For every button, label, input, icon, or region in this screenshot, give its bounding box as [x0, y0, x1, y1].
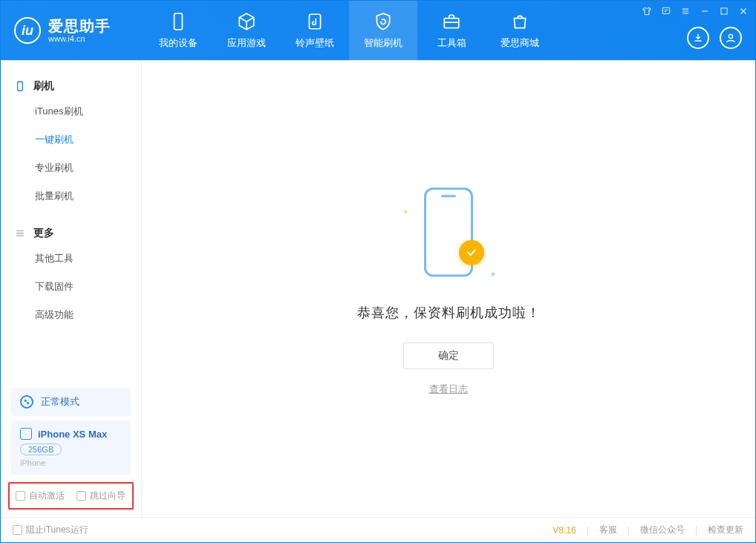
checkbox-label: 阻止iTunes运行 [26, 524, 88, 536]
success-message: 恭喜您，保资料刷机成功啦！ [357, 304, 541, 322]
close-button[interactable] [737, 5, 749, 17]
title-bar: iu 爱思助手 www.i4.cn 我的设备 应用游戏 铃声壁纸 智能刷机 [1, 1, 755, 60]
svg-rect-4 [662, 7, 669, 13]
app-name-en: www.i4.cn [48, 34, 111, 43]
svg-rect-0 [175, 13, 183, 30]
app-window: iu 爱思助手 www.i4.cn 我的设备 应用游戏 铃声壁纸 智能刷机 [0, 0, 756, 543]
checkbox-skip-wizard[interactable]: 跳过向导 [76, 490, 126, 502]
sidebar-item-itunes-flash[interactable]: iTunes刷机 [1, 97, 141, 126]
tab-device[interactable]: 我的设备 [144, 1, 212, 60]
checkbox-icon [76, 491, 86, 501]
logo-area: iu 爱思助手 www.i4.cn [14, 17, 144, 44]
checkbox-label: 自动激活 [29, 490, 65, 502]
tab-label: 我的设备 [159, 36, 198, 50]
version-label: V8.16 [553, 525, 576, 536]
sidebar-header-more: 更多 [1, 222, 141, 244]
sidebar-footer: 正常模式 iPhone XS Max 256GB iPhone 自动激活 跳过向… [1, 383, 141, 517]
checkbox-block-itunes[interactable]: 阻止iTunes运行 [13, 524, 88, 536]
device-type: iPhone [20, 458, 122, 467]
sidebar-item-download-firmware[interactable]: 下载固件 [1, 273, 141, 301]
music-file-icon [304, 11, 325, 32]
sidebar-section-more: 更多 其他工具 下载固件 高级功能 [1, 216, 141, 335]
phone-outline-icon [14, 80, 26, 92]
tab-ringtone[interactable]: 铃声壁纸 [281, 1, 349, 60]
statusbar-right: V8.16 | 客服 | 微信公众号 | 检查更新 [553, 524, 743, 536]
tab-label: 智能刷机 [364, 36, 403, 50]
sidebar: 刷机 iTunes刷机 一键刷机 专业刷机 批量刷机 更多 其他工具 下载固件 … [1, 60, 142, 517]
tab-store[interactable]: 爱思商城 [486, 1, 554, 60]
tab-label: 工具箱 [437, 36, 466, 50]
header-right-buttons [687, 27, 742, 49]
bag-icon [509, 11, 530, 32]
device-card[interactable]: iPhone XS Max 256GB iPhone [11, 420, 131, 475]
wechat-link[interactable]: 微信公众号 [640, 524, 685, 536]
main-content: 恭喜您，保资料刷机成功啦！ 确定 查看日志 [142, 60, 755, 517]
minimize-button[interactable] [699, 5, 711, 17]
tab-flash[interactable]: 智能刷机 [349, 1, 417, 60]
success-illustration [397, 182, 501, 286]
view-log-link[interactable]: 查看日志 [429, 383, 468, 396]
status-bar: 阻止iTunes运行 V8.16 | 客服 | 微信公众号 | 检查更新 [1, 517, 755, 542]
app-name-cn: 爱思助手 [48, 18, 111, 34]
tab-apps[interactable]: 应用游戏 [212, 1, 281, 60]
sidebar-item-oneclick-flash[interactable]: 一键刷机 [1, 126, 141, 154]
success-badge-icon [459, 240, 484, 265]
svg-point-8 [27, 402, 29, 404]
sidebar-item-batch-flash[interactable]: 批量刷机 [1, 182, 141, 210]
svg-rect-2 [444, 19, 459, 28]
checkbox-auto-activate[interactable]: 自动激活 [16, 490, 65, 502]
tab-toolbox[interactable]: 工具箱 [417, 1, 486, 60]
tab-label: 爱思商城 [501, 36, 539, 50]
mode-icon [20, 395, 33, 409]
toolbox-icon [441, 11, 462, 32]
mode-card[interactable]: 正常模式 [11, 388, 131, 416]
highlighted-options-box: 自动激活 跳过向导 [8, 482, 134, 510]
ok-button[interactable]: 确定 [403, 342, 494, 369]
svg-point-3 [729, 34, 732, 38]
maximize-button[interactable] [718, 5, 730, 17]
download-button[interactable] [687, 27, 709, 49]
feedback-icon[interactable] [660, 5, 672, 17]
logo-text: 爱思助手 www.i4.cn [48, 18, 111, 43]
sidebar-item-pro-flash[interactable]: 专业刷机 [1, 154, 141, 182]
sidebar-item-other-tools[interactable]: 其他工具 [1, 244, 141, 273]
window-controls [641, 5, 749, 17]
device-name-row: iPhone XS Max [20, 428, 122, 440]
shield-refresh-icon [373, 11, 394, 32]
logo-icon: iu [14, 17, 41, 44]
support-link[interactable]: 客服 [599, 524, 617, 536]
checkbox-label: 跳过向导 [90, 490, 126, 502]
check-update-link[interactable]: 检查更新 [708, 524, 743, 536]
svg-rect-6 [18, 82, 23, 91]
device-name: iPhone XS Max [38, 429, 107, 440]
account-button[interactable] [720, 27, 742, 49]
list-icon [14, 227, 26, 239]
svg-rect-5 [721, 8, 727, 14]
tab-label: 铃声壁纸 [296, 36, 334, 50]
sidebar-section-flash: 刷机 iTunes刷机 一键刷机 专业刷机 批量刷机 [1, 69, 141, 216]
checkbox-icon [16, 491, 25, 501]
sidebar-header-label: 刷机 [33, 79, 54, 93]
main-tabs: 我的设备 应用游戏 铃声壁纸 智能刷机 工具箱 爱思商城 [144, 1, 554, 60]
sidebar-header-label: 更多 [33, 227, 54, 240]
sparkle-icon [403, 204, 408, 210]
svg-rect-1 [309, 14, 320, 29]
tab-label: 应用游戏 [227, 36, 266, 50]
sparkle-icon [490, 267, 496, 273]
svg-point-7 [25, 400, 27, 402]
sidebar-item-advanced[interactable]: 高级功能 [1, 301, 141, 329]
menu-icon[interactable] [680, 5, 691, 17]
mode-label: 正常模式 [41, 395, 79, 409]
shirt-icon[interactable] [641, 5, 653, 17]
checkbox-icon [13, 525, 22, 535]
phone-icon [168, 11, 189, 32]
device-capacity: 256GB [20, 443, 62, 455]
cube-icon [236, 11, 257, 32]
device-phone-icon [20, 428, 32, 440]
body: 刷机 iTunes刷机 一键刷机 专业刷机 批量刷机 更多 其他工具 下载固件 … [1, 60, 755, 517]
sidebar-header-flash: 刷机 [1, 75, 141, 97]
